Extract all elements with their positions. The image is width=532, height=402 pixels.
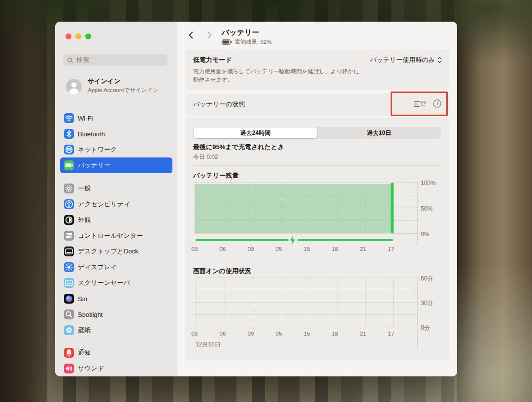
battery-status: 電池残量: 92% — [222, 38, 271, 46]
search-icon — [66, 57, 74, 64]
sidebar-item-wifi[interactable]: Wi-Fi — [60, 110, 172, 126]
x-tick: 03 — [186, 246, 203, 252]
x-tick: 17 — [383, 246, 399, 252]
charging-bolt-icon — [289, 235, 296, 247]
sidebar-item-general[interactable]: 一般 — [60, 181, 172, 196]
sidebar-item-sound[interactable]: サウンド — [60, 361, 172, 376]
siri-icon — [64, 294, 74, 304]
divider — [193, 165, 441, 166]
low-power-mode-card: 低電力モード バッテリー使用時のみ 電力使用量を減らしてバッテリー駆動時間を延ば… — [185, 49, 449, 90]
battery-level-area — [195, 184, 394, 233]
sidebar-item-siri[interactable]: Siri — [60, 291, 172, 307]
battery-health-card: バッテリーの状態 正常 i — [185, 93, 449, 115]
x-tick: 09 — [242, 331, 259, 337]
info-icon[interactable]: i — [432, 99, 442, 110]
screensaver-icon — [64, 278, 74, 288]
y-tick-0: 0% — [421, 231, 443, 238]
sidebar-item-label: 通知 — [78, 348, 91, 357]
sidebar-item-screensaver[interactable]: スクリーンセーバ — [60, 275, 172, 291]
contrast-icon — [64, 215, 74, 225]
battery-status-text: 電池残量: 92% — [234, 38, 271, 46]
battery-pane: バッテリー 電池残量: 92% 低電力モード バッテリー使用時のみ 電力使用量を… — [177, 22, 457, 376]
sidebar-item-label: ディスプレイ — [78, 263, 117, 272]
low-power-mode-title: 低電力モード — [193, 56, 232, 64]
sign-in-row[interactable]: サインイン Apple Accountでサインイン — [66, 77, 169, 94]
minimize-button[interactable] — [75, 33, 81, 39]
tab-last-24-hours[interactable]: 過去24時間 — [194, 127, 317, 138]
sidebar-item-appearance[interactable]: 外観 — [60, 212, 172, 228]
x-tick: 18 — [327, 331, 343, 337]
battery-usage-card: 過去24時間 過去10日 最後に95%まで充電されたとき 今日 0:02 バッテ… — [185, 118, 449, 360]
y-tick-60min: 60分 — [421, 275, 443, 283]
x-tick: 09 — [242, 246, 259, 252]
sidebar-item-battery[interactable]: バッテリー — [60, 157, 172, 173]
zoom-button[interactable] — [85, 33, 91, 39]
sidebar-item-label: コントロールセンター — [78, 231, 143, 240]
x-tick: 21 — [355, 246, 371, 252]
time-range-tabs: 過去24時間 過去10日 — [193, 127, 441, 139]
sidebar-item-label: Bluetooth — [78, 130, 105, 138]
sidebar-item-wallpaper[interactable]: 壁紙 — [60, 322, 172, 338]
last-charge-time: 今日 0:02 — [193, 153, 218, 161]
battery-level-icon — [222, 39, 232, 45]
low-power-mode-description: 電力使用量を減らしてバッテリー駆動時間を延ばし、より静かに動作させます。 — [193, 67, 365, 85]
charging-band-left — [196, 239, 289, 241]
sidebar-item-label: デスクトップとDock — [78, 247, 138, 256]
sidebar-item-label: 外観 — [78, 216, 91, 224]
x-tick: 06 — [214, 246, 231, 252]
x-tick: 21 — [355, 331, 371, 337]
magnifier-icon — [64, 309, 74, 319]
sidebar-item-label: Spotlight — [78, 311, 103, 318]
close-button[interactable] — [66, 33, 71, 39]
search-input[interactable]: 検索 — [63, 54, 167, 66]
sidebar-item-label: Siri — [78, 295, 87, 303]
sign-in-subtitle: Apple Accountでサインイン — [88, 87, 163, 94]
sidebar-item-bluetooth[interactable]: Bluetooth — [60, 126, 172, 142]
low-power-mode-select[interactable]: バッテリー使用時のみ — [370, 56, 442, 64]
battery-icon — [64, 160, 74, 170]
y-tick-50: 50% — [421, 205, 443, 212]
desktop-background: 検索 サインイン Apple Accountでサインイン Wi-Fi — [0, 0, 532, 402]
screen-on-chart-title: 画面オンの使用状況 — [193, 267, 251, 276]
tab-last-10-days[interactable]: 過去10日 — [317, 127, 441, 138]
date-label: 12月10日 — [196, 340, 221, 349]
y-tick-0min: 0分 — [421, 324, 443, 332]
last-charge-title: 最後に95%まで充電されたとき — [193, 143, 284, 152]
x-tick: 18 — [327, 246, 343, 252]
x-tick: 15 — [299, 331, 315, 337]
charging-band-right — [298, 239, 393, 241]
forward-button[interactable] — [203, 29, 216, 41]
y-tick-100: 100% — [421, 180, 443, 186]
svg-text:i: i — [436, 100, 439, 106]
battery-health-label: バッテリーの状態 — [193, 100, 245, 109]
search-placeholder: 検索 — [76, 56, 89, 64]
sidebar-item-label: 壁紙 — [78, 326, 91, 335]
stepper-icon — [437, 56, 442, 64]
sidebar-item-label: 一般 — [78, 184, 91, 193]
sidebar-item-label: ネットワーク — [78, 145, 117, 154]
low-power-mode-value: バッテリー使用時のみ — [370, 56, 435, 64]
toggles-icon — [64, 231, 74, 241]
flower-icon — [64, 325, 74, 335]
sidebar-item-label: アクセシビリティ — [78, 200, 130, 209]
battery-level-chart — [195, 182, 418, 233]
avatar — [66, 79, 82, 94]
sidebar-item-network[interactable]: ネットワーク — [60, 142, 172, 157]
sidebar-item-spotlight[interactable]: Spotlight — [60, 307, 172, 322]
sidebar-item-control-center[interactable]: コントロールセンター — [60, 228, 172, 244]
bluetooth-icon — [64, 129, 74, 139]
sidebar-item-accessibility[interactable]: アクセシビリティ — [60, 196, 172, 212]
sidebar-item-desktop-dock[interactable]: デスクトップとDock — [60, 244, 172, 259]
x-tick: 15 — [299, 246, 315, 252]
back-button[interactable] — [184, 29, 197, 41]
x-tick: 03 — [186, 331, 203, 337]
page-title: バッテリー — [222, 28, 259, 37]
accessibility-icon — [64, 199, 74, 209]
gear-icon — [64, 184, 74, 193]
wifi-icon — [64, 113, 74, 123]
battery-level-end-marker — [391, 183, 394, 233]
sidebar-item-displays[interactable]: ディスプレイ — [60, 259, 172, 275]
sidebar-item-notifications[interactable]: 通知 — [60, 345, 172, 361]
x-tick: 17 — [383, 331, 399, 337]
sidebar-item-label: スクリーンセーバ — [78, 278, 130, 287]
